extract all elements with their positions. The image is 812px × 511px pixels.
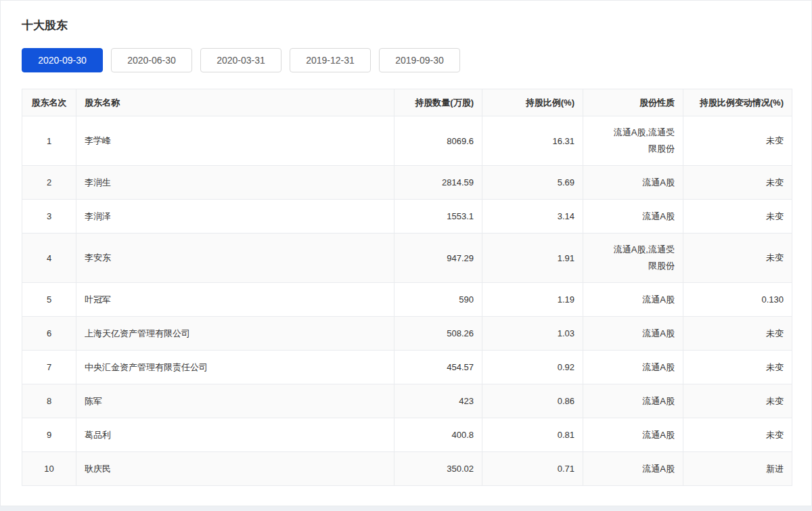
cell-rank: 6 [22, 317, 76, 351]
column-header-change: 持股比例变动情况(%) [683, 89, 792, 116]
cell-change: 未变 [683, 166, 792, 200]
table-header-row: 股东名次股东名称持股数量(万股)持股比例(%)股份性质持股比例变动情况(%) [22, 89, 792, 116]
table-row: 8陈军4230.86流通A股未变 [22, 384, 792, 418]
cell-ratio: 0.81 [482, 418, 583, 452]
column-header-name: 股东名称 [76, 89, 394, 116]
table-row: 4李安东947.291.91流通A股,流通受限股份未变 [22, 234, 792, 283]
cell-shares: 1553.1 [394, 200, 482, 234]
cell-shares: 350.02 [394, 452, 482, 486]
cell-change: 未变 [683, 234, 792, 283]
column-header-rank: 股东名次 [22, 89, 76, 116]
cell-nature: 流通A股 [583, 418, 683, 452]
cell-rank: 3 [22, 200, 76, 234]
column-header-ratio: 持股比例(%) [482, 89, 583, 116]
cell-shares: 454.57 [394, 351, 482, 384]
table-row: 3李润泽1553.13.14流通A股未变 [22, 200, 792, 234]
cell-name: 中央汇金资产管理有限责任公司 [76, 351, 394, 384]
cell-rank: 10 [22, 452, 76, 486]
cell-ratio: 1.91 [482, 234, 583, 283]
tab-2020-06-30[interactable]: 2020-06-30 [111, 48, 192, 72]
cell-ratio: 1.19 [482, 283, 583, 317]
cell-shares: 8069.6 [394, 116, 482, 166]
cell-name: 李安东 [76, 234, 394, 283]
cell-name: 李润泽 [76, 200, 394, 234]
cell-shares: 423 [394, 384, 482, 418]
table-row: 1李学峰8069.616.31流通A股,流通受限股份未变 [22, 116, 792, 166]
cell-name: 李润生 [76, 166, 394, 200]
cell-rank: 2 [22, 166, 76, 200]
cell-rank: 7 [22, 351, 76, 384]
cell-ratio: 16.31 [482, 116, 583, 166]
cell-rank: 8 [22, 384, 76, 418]
cell-rank: 5 [22, 283, 76, 317]
table-row: 2李润生2814.595.69流通A股未变 [22, 166, 792, 200]
cell-name: 叶冠军 [76, 283, 394, 317]
cell-nature: 流通A股 [583, 166, 683, 200]
cell-name: 葛品利 [76, 418, 394, 452]
cell-name: 上海天亿资产管理有限公司 [76, 317, 394, 351]
cell-nature: 流通A股 [583, 200, 683, 234]
cell-nature: 流通A股 [583, 317, 683, 351]
cell-change: 未变 [683, 418, 792, 452]
cell-ratio: 5.69 [482, 166, 583, 200]
cell-name: 陈军 [76, 384, 394, 418]
cell-name: 李学峰 [76, 116, 394, 166]
tab-2020-09-30[interactable]: 2020-09-30 [22, 48, 103, 72]
cell-rank: 4 [22, 234, 76, 283]
cell-change: 未变 [683, 116, 792, 166]
cell-shares: 2814.59 [394, 166, 482, 200]
page-title: 十大股东 [22, 1, 790, 32]
cell-rank: 9 [22, 418, 76, 452]
table-row: 7中央汇金资产管理有限责任公司454.570.92流通A股未变 [22, 351, 792, 384]
cell-ratio: 0.92 [482, 351, 583, 384]
cell-change: 未变 [683, 384, 792, 418]
table-row: 10耿庆民350.020.71流通A股新进 [22, 452, 792, 486]
cell-nature: 流通A股,流通受限股份 [583, 234, 683, 283]
table-row: 5叶冠军5901.19流通A股0.130 [22, 283, 792, 317]
cell-ratio: 0.71 [482, 452, 583, 486]
cell-change: 未变 [683, 351, 792, 384]
cell-change: 未变 [683, 200, 792, 234]
cell-change: 新进 [683, 452, 792, 486]
column-header-nature: 股份性质 [583, 89, 683, 116]
cell-shares: 947.29 [394, 234, 482, 283]
cell-nature: 流通A股 [583, 384, 683, 418]
cell-nature: 流通A股 [583, 452, 683, 486]
shareholders-table: 股东名次股东名称持股数量(万股)持股比例(%)股份性质持股比例变动情况(%) 1… [22, 89, 792, 486]
page-background: 十大股东 2020-09-302020-06-302020-03-312019-… [0, 0, 812, 511]
cell-shares: 400.8 [394, 418, 482, 452]
cell-rank: 1 [22, 116, 76, 166]
cell-ratio: 1.03 [482, 317, 583, 351]
cell-change: 未变 [683, 317, 792, 351]
tab-2019-12-31[interactable]: 2019-12-31 [290, 48, 371, 72]
table-row: 9葛品利400.80.81流通A股未变 [22, 418, 792, 452]
cell-ratio: 3.14 [482, 200, 583, 234]
cell-nature: 流通A股 [583, 351, 683, 384]
cell-nature: 流通A股,流通受限股份 [583, 116, 683, 166]
cell-name: 耿庆民 [76, 452, 394, 486]
tab-2020-03-31[interactable]: 2020-03-31 [200, 48, 281, 72]
cell-change: 0.130 [683, 283, 792, 317]
column-header-shares: 持股数量(万股) [394, 89, 482, 116]
report-date-tabs: 2020-09-302020-06-302020-03-312019-12-31… [22, 48, 790, 72]
cell-shares: 590 [394, 283, 482, 317]
tab-2019-09-30[interactable]: 2019-09-30 [379, 48, 460, 72]
table-row: 6上海天亿资产管理有限公司508.261.03流通A股未变 [22, 317, 792, 351]
shareholders-panel: 十大股东 2020-09-302020-06-302020-03-312019-… [0, 0, 812, 506]
cell-nature: 流通A股 [583, 283, 683, 317]
cell-ratio: 0.86 [482, 384, 583, 418]
cell-shares: 508.26 [394, 317, 482, 351]
